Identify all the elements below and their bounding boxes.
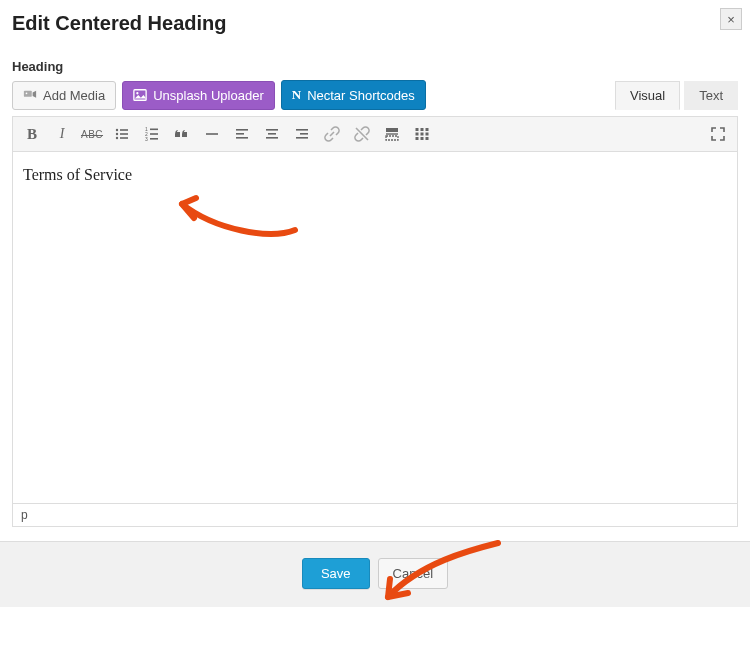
svg-rect-18 <box>236 133 244 135</box>
italic-button[interactable]: I <box>49 121 75 147</box>
blockquote-button[interactable] <box>169 121 195 147</box>
cancel-button[interactable]: Cancel <box>378 558 448 589</box>
svg-rect-20 <box>266 129 278 131</box>
field-label-heading: Heading <box>0 43 750 80</box>
align-right-button[interactable] <box>289 121 315 147</box>
media-buttons-row: Add Media Unsplash Uploader N Nectar Sho… <box>0 80 750 116</box>
editor-text: Terms of Service <box>23 166 132 183</box>
svg-rect-17 <box>236 129 248 131</box>
svg-point-8 <box>116 137 118 139</box>
svg-rect-32 <box>426 128 429 131</box>
image-frame-icon <box>133 88 147 102</box>
svg-rect-15 <box>150 138 158 140</box>
svg-rect-25 <box>296 137 308 139</box>
tab-visual[interactable]: Visual <box>615 81 680 110</box>
svg-rect-7 <box>120 133 128 135</box>
svg-rect-22 <box>266 137 278 139</box>
svg-rect-5 <box>120 129 128 131</box>
editor-mode-tabs: Visual Text <box>615 81 738 110</box>
fullscreen-button[interactable] <box>705 121 731 147</box>
svg-rect-2 <box>134 90 146 101</box>
nectar-n-icon: N <box>292 87 301 103</box>
editor-content-area[interactable]: Terms of Service <box>12 152 738 504</box>
bold-button[interactable]: B <box>19 121 45 147</box>
add-media-label: Add Media <box>43 88 105 103</box>
ordered-list-button[interactable]: 123 <box>139 121 165 147</box>
add-media-button[interactable]: Add Media <box>12 81 116 110</box>
svg-rect-23 <box>296 129 308 131</box>
link-button[interactable] <box>319 121 345 147</box>
nectar-shortcodes-button[interactable]: N Nectar Shortcodes <box>281 80 426 110</box>
align-left-button[interactable] <box>229 121 255 147</box>
toolbar-toggle-button[interactable] <box>409 121 435 147</box>
horizontal-rule-button[interactable] <box>199 121 225 147</box>
unlink-button[interactable] <box>349 121 375 147</box>
svg-rect-9 <box>120 137 128 139</box>
svg-rect-19 <box>236 137 248 139</box>
camera-music-icon <box>23 88 37 102</box>
svg-rect-31 <box>421 128 424 131</box>
svg-rect-29 <box>386 136 398 140</box>
svg-rect-30 <box>416 128 419 131</box>
nectar-label: Nectar Shortcodes <box>307 88 415 103</box>
save-button[interactable]: Save <box>302 558 370 589</box>
svg-rect-27 <box>386 128 398 132</box>
svg-point-6 <box>116 133 118 135</box>
insert-more-button[interactable] <box>379 121 405 147</box>
svg-rect-38 <box>426 137 429 140</box>
svg-rect-24 <box>300 133 308 135</box>
modal-title: Edit Centered Heading <box>0 0 750 43</box>
close-button[interactable]: × <box>720 8 742 30</box>
unordered-list-button[interactable] <box>109 121 135 147</box>
svg-rect-13 <box>150 133 158 135</box>
svg-rect-16 <box>206 133 218 135</box>
svg-text:3: 3 <box>145 136 148 142</box>
svg-point-3 <box>136 92 138 94</box>
svg-rect-28 <box>386 133 398 134</box>
element-path-bar: p <box>12 504 738 527</box>
svg-rect-35 <box>426 133 429 136</box>
unsplash-uploader-button[interactable]: Unsplash Uploader <box>122 81 275 110</box>
svg-rect-34 <box>421 133 424 136</box>
unsplash-label: Unsplash Uploader <box>153 88 264 103</box>
svg-point-4 <box>116 129 118 131</box>
svg-rect-36 <box>416 137 419 140</box>
align-center-button[interactable] <box>259 121 285 147</box>
modal-footer: Save Cancel <box>0 541 750 607</box>
svg-rect-0 <box>24 91 32 97</box>
svg-rect-11 <box>150 129 158 131</box>
svg-rect-21 <box>268 133 276 135</box>
strikethrough-button[interactable]: ABC <box>79 121 105 147</box>
editor-toolbar: B I ABC 123 <box>12 116 738 152</box>
element-path[interactable]: p <box>21 508 28 522</box>
tab-text[interactable]: Text <box>684 81 738 110</box>
svg-point-1 <box>26 92 28 94</box>
svg-rect-33 <box>416 133 419 136</box>
svg-rect-37 <box>421 137 424 140</box>
